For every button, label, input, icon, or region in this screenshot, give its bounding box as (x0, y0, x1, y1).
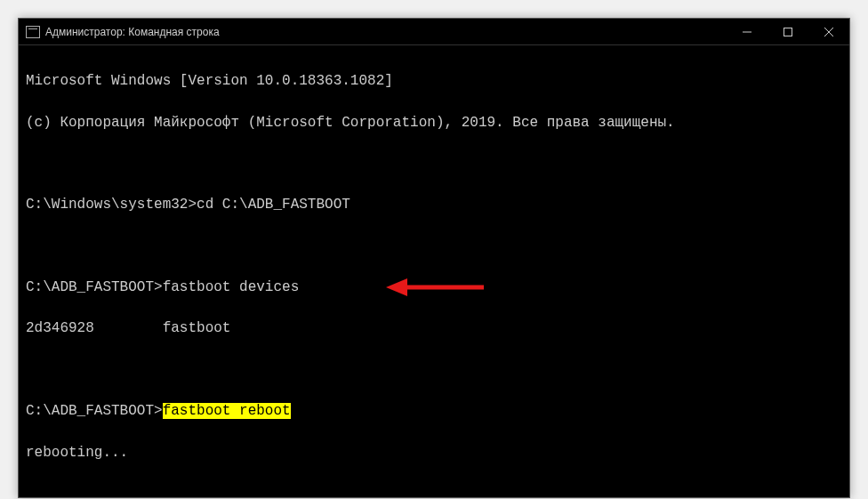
svg-rect-1 (784, 28, 792, 36)
output-rebooting: rebooting... (26, 443, 842, 463)
copyright-line: (c) Корпорация Майкрософт (Microsoft Cor… (26, 113, 842, 133)
window-title: Администратор: Командная строка (45, 26, 220, 38)
prompt: C:\ADB_FASTBOOT> (26, 403, 163, 419)
titlebar-left: Администратор: Командная строка (19, 26, 220, 38)
terminal-output[interactable]: Microsoft Windows [Version 10.0.18363.10… (19, 45, 849, 497)
titlebar: Администратор: Командная строка (19, 19, 849, 45)
command-text: fastboot devices (163, 279, 300, 295)
cmd-line-1: C:\Windows\system32>cd C:\ADB_FASTBOOT (26, 195, 842, 215)
blank (26, 360, 842, 381)
highlighted-command: fastboot reboot (163, 403, 291, 419)
command-text: cd C:\ADB_FASTBOOT (197, 197, 350, 213)
blank (26, 154, 842, 174)
cmd-icon (26, 26, 40, 38)
window-controls (727, 19, 849, 44)
prompt: C:\ADB_FASTBOOT> (26, 279, 163, 295)
blank (26, 237, 842, 257)
blank (26, 484, 842, 497)
cmd-line-2: C:\ADB_FASTBOOT>fastboot devices (26, 278, 842, 298)
version-line: Microsoft Windows [Version 10.0.18363.10… (26, 71, 842, 92)
prompt: C:\Windows\system32> (26, 197, 197, 213)
maximize-button[interactable] (768, 19, 808, 44)
output-devices: 2d346928 fastboot (26, 318, 842, 339)
close-button[interactable] (808, 19, 849, 44)
cmd-line-3: C:\ADB_FASTBOOT>fastboot reboot (26, 401, 842, 422)
minimize-button[interactable] (727, 19, 768, 44)
command-prompt-window: Администратор: Командная строка Microsof… (18, 18, 850, 498)
